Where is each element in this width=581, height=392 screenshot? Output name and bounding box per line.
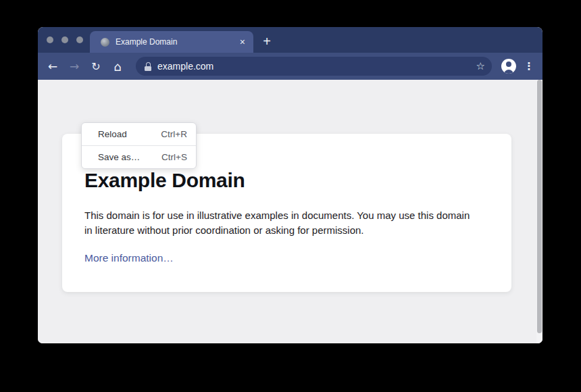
browser-window: Example Domain × + ← → ↻ ⌂ example.com ☆… — [38, 27, 542, 343]
lock-icon[interactable] — [145, 62, 151, 71]
context-menu: Reload Ctrl+R Save as… Ctrl+S — [81, 122, 197, 169]
address-bar[interactable]: example.com ☆ — [136, 57, 492, 76]
forward-icon[interactable]: → — [66, 57, 83, 75]
bookmark-star-icon[interactable]: ☆ — [476, 60, 485, 72]
reload-icon[interactable]: ↻ — [87, 57, 105, 75]
home-icon[interactable]: ⌂ — [109, 57, 126, 75]
back-icon[interactable]: ← — [44, 57, 61, 75]
profile-avatar-icon[interactable] — [501, 59, 516, 74]
context-menu-item-reload[interactable]: Reload Ctrl+R — [82, 123, 196, 145]
window-controls — [47, 36, 83, 43]
page-paragraph: This domain is for use in illustrative e… — [84, 208, 480, 238]
new-tab-button[interactable]: + — [259, 34, 275, 50]
menu-item-shortcut: Ctrl+R — [161, 129, 187, 139]
title-bar: Example Domain × + — [38, 27, 542, 53]
more-information-link[interactable]: More information… — [84, 252, 174, 264]
favicon-globe-icon — [101, 38, 109, 47]
menu-item-label: Save as… — [98, 152, 140, 162]
menu-item-shortcut: Ctrl+S — [161, 152, 187, 162]
overflow-menu-icon[interactable]: ⋮ — [524, 60, 534, 72]
zoom-window-button[interactable] — [76, 36, 83, 43]
browser-tab[interactable]: Example Domain × — [90, 31, 253, 53]
scrollbar-thumb[interactable] — [537, 80, 542, 333]
page-title: Example Domain — [84, 169, 484, 192]
tab-title: Example Domain — [116, 37, 234, 47]
navigation-bar: ← → ↻ ⌂ example.com ☆ ⋮ — [38, 53, 542, 80]
tab-close-icon[interactable]: × — [240, 37, 245, 47]
url-text: example.com — [157, 61, 476, 72]
menu-item-label: Reload — [98, 129, 127, 139]
minimize-window-button[interactable] — [61, 36, 68, 43]
page-content-area: Example Domain This domain is for use in… — [38, 80, 542, 343]
context-menu-item-save-as[interactable]: Save as… Ctrl+S — [82, 146, 196, 168]
close-window-button[interactable] — [47, 36, 53, 43]
